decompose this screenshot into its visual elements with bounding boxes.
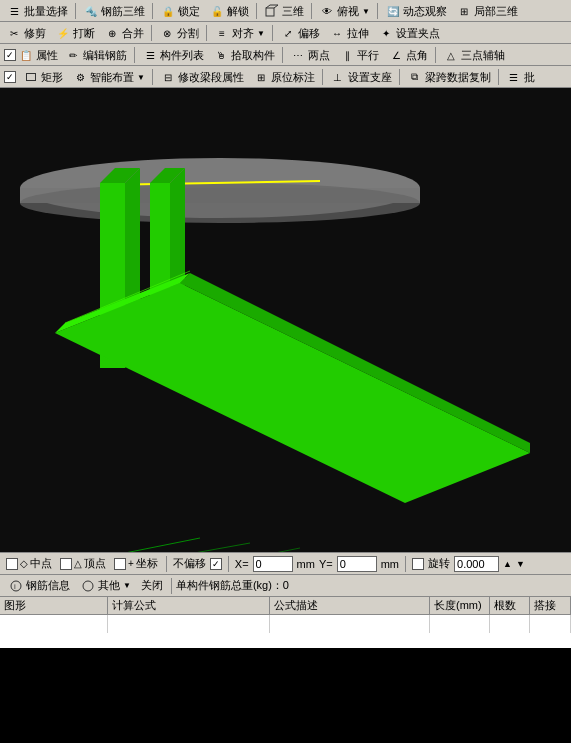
sep2 (152, 3, 153, 19)
edit-rebar-btn[interactable]: ✏ 编辑钢筋 (61, 45, 131, 65)
batch-select-btn[interactable]: ☰ 批量选择 (2, 1, 72, 21)
x-input[interactable] (253, 556, 293, 572)
cell-shape (0, 615, 108, 633)
support-label: 设置支座 (348, 70, 392, 85)
stretch-label: 拉伸 (347, 26, 369, 41)
rotate-up-arrow[interactable]: ▲ (503, 559, 512, 569)
dim-label: 原位标注 (271, 70, 315, 85)
dim-icon: ⊞ (253, 69, 269, 85)
sep7 (206, 25, 207, 41)
sep12 (152, 69, 153, 85)
rect-checkbox[interactable]: ✓ (4, 71, 16, 83)
toolbar-row-1: ☰ 批量选择 🔩 钢筋三维 🔒 锁定 🔓 解锁 三维 👁 俯视 ▼ 🔄 动态观察… (0, 0, 571, 22)
props-checkbox[interactable]: ✓ (4, 49, 16, 61)
smart-place-btn[interactable]: ⚙ 智能布置 ▼ (68, 67, 149, 87)
batch-btn[interactable]: ☰ 批 (502, 67, 539, 87)
merge-btn[interactable]: ⊕ 合并 (100, 23, 148, 43)
weight-label: 单构件钢筋总重(kg)：0 (176, 578, 289, 593)
align-btn[interactable]: ≡ 对齐 ▼ (210, 23, 269, 43)
other-arrow: ▼ (123, 581, 131, 590)
batch-icon: ☰ (506, 69, 522, 85)
break-btn[interactable]: ⚡ 打断 (51, 23, 99, 43)
col-header-count: 根数 (490, 597, 530, 614)
dim-btn[interactable]: ⊞ 原位标注 (249, 67, 319, 87)
trim-btn[interactable]: ✂ 修剪 (2, 23, 50, 43)
3d-label: 三维 (282, 4, 304, 19)
rect-icon (23, 69, 39, 85)
stretch-btn[interactable]: ↔ 拉伸 (325, 23, 373, 43)
beam-prop-btn[interactable]: ⊟ 修改梁段属性 (156, 67, 248, 87)
three-point-icon: △ (443, 47, 459, 63)
midpoint-checkbox[interactable] (6, 558, 18, 570)
midpoint-check[interactable]: ◇ 中点 (4, 555, 54, 572)
prop-label: 属性 (36, 48, 58, 63)
unlock-btn[interactable]: 🔓 解锁 (205, 1, 253, 21)
col-header-length: 长度(mm) (430, 597, 490, 614)
rect-check[interactable]: ✓ (2, 70, 18, 84)
lock-btn[interactable]: 🔒 锁定 (156, 1, 204, 21)
toolbar-row-3: ✓ 📋 属性 ✏ 编辑钢筋 ☰ 构件列表 🖱 拾取构件 ⋯ 两点 ∥ 平行 ∠ … (0, 44, 571, 66)
coord-check[interactable]: + 坐标 (112, 555, 160, 572)
sep15 (498, 69, 499, 85)
svg-point-29 (83, 581, 93, 591)
two-point-btn[interactable]: ⋯ 两点 (286, 45, 334, 65)
lock-icon: 🔒 (160, 3, 176, 19)
two-point-icon: ⋯ (290, 47, 306, 63)
beam-prop-label: 修改梁段属性 (178, 70, 244, 85)
pick-component-btn[interactable]: 🖱 拾取构件 (209, 45, 279, 65)
svg-point-7 (20, 183, 420, 223)
parallel-icon: ∥ (339, 47, 355, 63)
offset-icon: ⤢ (280, 25, 296, 41)
angle-btn[interactable]: ∠ 点角 (384, 45, 432, 65)
close-btn[interactable]: 关闭 (137, 576, 167, 596)
local-3d-btn[interactable]: ⊞ 局部三维 (452, 1, 522, 21)
split-icon: ⊗ (159, 25, 175, 41)
midpoint-icon: ◇ (20, 558, 28, 569)
sep3 (256, 3, 257, 19)
coord-checkbox[interactable] (114, 558, 126, 570)
three-point-label: 三点辅轴 (461, 48, 505, 63)
svg-point-27 (11, 581, 21, 591)
immovable-label: 不偏移 (173, 556, 206, 571)
list-icon: ☰ (142, 47, 158, 63)
three-point-btn[interactable]: △ 三点辅轴 (439, 45, 509, 65)
stretch-icon: ↔ (329, 25, 345, 41)
pick-icon: 🖱 (213, 47, 229, 63)
parallel-btn[interactable]: ∥ 平行 (335, 45, 383, 65)
3d-btn[interactable]: 三维 (260, 1, 308, 21)
viewport-3d[interactable] (0, 88, 571, 552)
rebar-info-btn[interactable]: i 钢筋信息 (4, 576, 74, 596)
svg-text:i: i (14, 582, 16, 591)
other-btn[interactable]: 其他 ▼ (76, 576, 135, 596)
y-input[interactable] (337, 556, 377, 572)
copy-span-label: 梁跨数据复制 (425, 70, 491, 85)
rotate-down-arrow[interactable]: ▼ (516, 559, 525, 569)
support-btn[interactable]: ⊥ 设置支座 (326, 67, 396, 87)
top-view-btn[interactable]: 👁 俯视 ▼ (315, 1, 374, 21)
vertex-checkbox[interactable] (60, 558, 72, 570)
trim-label: 修剪 (24, 26, 46, 41)
batch-select-label: 批量选择 (24, 4, 68, 19)
split-btn[interactable]: ⊗ 分割 (155, 23, 203, 43)
component-list-btn[interactable]: ☰ 构件列表 (138, 45, 208, 65)
rotate-input[interactable] (454, 556, 499, 572)
cell-length (430, 615, 490, 633)
sep-status1 (166, 556, 167, 572)
vertex-check[interactable]: △ 顶点 (58, 555, 108, 572)
edit-rebar-label: 编辑钢筋 (83, 48, 127, 63)
rotate-checkbox[interactable] (412, 558, 424, 570)
merge-label: 合并 (122, 26, 144, 41)
props-check[interactable]: ✓ 📋 属性 (2, 46, 60, 64)
offset-label: 偏移 (298, 26, 320, 41)
offset-btn[interactable]: ⤢ 偏移 (276, 23, 324, 43)
rebar-3d-btn[interactable]: 🔩 钢筋三维 (79, 1, 149, 21)
align-icon: ≡ (214, 25, 230, 41)
close-label: 关闭 (141, 578, 163, 593)
rect-btn[interactable]: 矩形 (19, 67, 67, 87)
prop-icon: 📋 (18, 47, 34, 63)
grip-btn[interactable]: ✦ 设置夹点 (374, 23, 444, 43)
orbit-btn[interactable]: 🔄 动态观察 (381, 1, 451, 21)
sep13 (322, 69, 323, 85)
immovable-checkbox[interactable]: ✓ (210, 558, 222, 570)
copy-span-btn[interactable]: ⧉ 梁跨数据复制 (403, 67, 495, 87)
